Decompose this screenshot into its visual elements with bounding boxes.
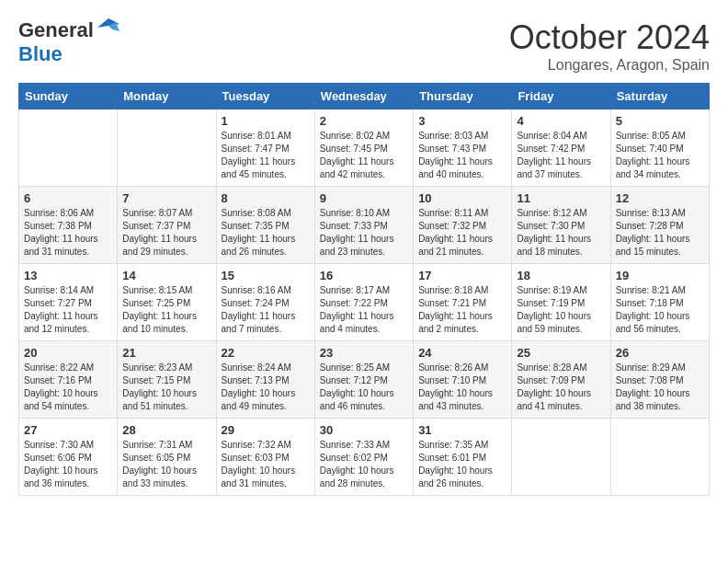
calendar-cell: 8Sunrise: 8:08 AM Sunset: 7:35 PM Daylig… (216, 187, 314, 264)
calendar-cell: 26Sunrise: 8:29 AM Sunset: 7:08 PM Dayli… (610, 341, 709, 419)
cell-content: Sunrise: 8:25 AM Sunset: 7:12 PM Dayligh… (320, 362, 408, 413)
calendar-week-row: 1Sunrise: 8:01 AM Sunset: 7:47 PM Daylig… (19, 109, 710, 187)
cell-content: Sunrise: 8:16 AM Sunset: 7:24 PM Dayligh… (222, 284, 310, 336)
day-number: 4 (517, 114, 605, 128)
day-number: 16 (320, 269, 408, 282)
cell-content: Sunrise: 8:26 AM Sunset: 7:10 PM Dayligh… (418, 362, 506, 413)
logo-general-text: General (18, 18, 94, 42)
calendar-cell: 22Sunrise: 8:24 AM Sunset: 7:13 PM Dayli… (216, 341, 314, 419)
cell-content: Sunrise: 8:14 AM Sunset: 7:27 PM Dayligh… (24, 284, 112, 336)
weekday-header-monday: Monday (118, 84, 216, 109)
cell-content: Sunrise: 8:03 AM Sunset: 7:43 PM Dayligh… (418, 130, 506, 181)
day-number: 18 (517, 269, 605, 282)
page-header: General Blue October 2024 Longares, Arag… (18, 18, 710, 74)
day-number: 3 (418, 114, 506, 128)
calendar-cell: 1Sunrise: 8:01 AM Sunset: 7:47 PM Daylig… (216, 109, 314, 187)
day-number: 9 (320, 191, 408, 205)
weekday-header-saturday: Saturday (610, 84, 709, 109)
calendar-cell: 23Sunrise: 8:25 AM Sunset: 7:12 PM Dayli… (314, 341, 413, 419)
day-number: 7 (122, 191, 210, 205)
day-number: 24 (418, 346, 506, 360)
calendar-week-row: 13Sunrise: 8:14 AM Sunset: 7:27 PM Dayli… (19, 264, 710, 341)
cell-content: Sunrise: 8:21 AM Sunset: 7:18 PM Dayligh… (616, 284, 704, 336)
calendar-cell: 14Sunrise: 8:15 AM Sunset: 7:25 PM Dayli… (118, 264, 216, 341)
cell-content: Sunrise: 8:18 AM Sunset: 7:21 PM Dayligh… (418, 284, 506, 336)
calendar-cell: 5Sunrise: 8:05 AM Sunset: 7:40 PM Daylig… (610, 109, 709, 187)
cell-content: Sunrise: 7:31 AM Sunset: 6:05 PM Dayligh… (122, 439, 210, 490)
day-number: 31 (418, 423, 506, 437)
calendar-cell (610, 419, 709, 496)
calendar-cell: 17Sunrise: 8:18 AM Sunset: 7:21 PM Dayli… (414, 264, 512, 341)
cell-content: Sunrise: 8:22 AM Sunset: 7:16 PM Dayligh… (24, 362, 112, 413)
day-number: 21 (122, 346, 210, 360)
day-number: 10 (418, 191, 506, 205)
cell-content: Sunrise: 8:12 AM Sunset: 7:30 PM Dayligh… (517, 207, 605, 259)
cell-content: Sunrise: 8:01 AM Sunset: 7:47 PM Dayligh… (222, 130, 310, 181)
cell-content: Sunrise: 8:08 AM Sunset: 7:35 PM Dayligh… (222, 207, 310, 259)
cell-content: Sunrise: 7:35 AM Sunset: 6:01 PM Dayligh… (418, 439, 506, 490)
calendar-cell (19, 109, 118, 187)
calendar-cell: 18Sunrise: 8:19 AM Sunset: 7:19 PM Dayli… (512, 264, 610, 341)
day-number: 8 (222, 191, 310, 205)
day-number: 25 (517, 346, 605, 360)
day-number: 29 (222, 423, 310, 437)
day-number: 2 (320, 114, 408, 128)
cell-content: Sunrise: 8:17 AM Sunset: 7:22 PM Dayligh… (320, 284, 408, 336)
calendar-cell: 29Sunrise: 7:32 AM Sunset: 6:03 PM Dayli… (216, 419, 314, 496)
cell-content: Sunrise: 8:04 AM Sunset: 7:42 PM Dayligh… (517, 130, 605, 181)
weekday-header-thursday: Thursday (414, 84, 512, 109)
day-number: 14 (122, 269, 210, 282)
calendar-cell: 12Sunrise: 8:13 AM Sunset: 7:28 PM Dayli… (610, 187, 709, 264)
day-number: 30 (320, 423, 408, 437)
cell-content: Sunrise: 8:05 AM Sunset: 7:40 PM Dayligh… (616, 130, 704, 181)
cell-content: Sunrise: 8:29 AM Sunset: 7:08 PM Dayligh… (616, 362, 704, 413)
calendar-cell: 13Sunrise: 8:14 AM Sunset: 7:27 PM Dayli… (19, 264, 118, 341)
day-number: 5 (616, 114, 704, 128)
calendar-cell: 20Sunrise: 8:22 AM Sunset: 7:16 PM Dayli… (19, 341, 118, 419)
calendar-cell: 2Sunrise: 8:02 AM Sunset: 7:45 PM Daylig… (314, 109, 413, 187)
day-number: 1 (222, 114, 310, 128)
calendar-cell: 7Sunrise: 8:07 AM Sunset: 7:37 PM Daylig… (118, 187, 216, 264)
calendar-week-row: 6Sunrise: 8:06 AM Sunset: 7:38 PM Daylig… (19, 187, 710, 264)
location-text: Longares, Aragon, Spain (509, 57, 710, 74)
day-number: 17 (418, 269, 506, 282)
day-number: 6 (24, 191, 112, 205)
calendar-cell: 10Sunrise: 8:11 AM Sunset: 7:32 PM Dayli… (414, 187, 512, 264)
weekday-header-row: SundayMondayTuesdayWednesdayThursdayFrid… (19, 84, 710, 109)
calendar-cell: 21Sunrise: 8:23 AM Sunset: 7:15 PM Dayli… (118, 341, 216, 419)
calendar-cell (118, 109, 216, 187)
day-number: 11 (517, 191, 605, 205)
calendar-cell: 31Sunrise: 7:35 AM Sunset: 6:01 PM Dayli… (414, 419, 512, 496)
cell-content: Sunrise: 7:30 AM Sunset: 6:06 PM Dayligh… (24, 439, 112, 490)
calendar-cell: 28Sunrise: 7:31 AM Sunset: 6:05 PM Dayli… (118, 419, 216, 496)
month-title: October 2024 (509, 18, 710, 57)
day-number: 20 (24, 346, 112, 360)
weekday-header-wednesday: Wednesday (314, 84, 413, 109)
calendar-cell: 11Sunrise: 8:12 AM Sunset: 7:30 PM Dayli… (512, 187, 610, 264)
day-number: 15 (222, 269, 310, 282)
day-number: 13 (24, 269, 112, 282)
day-number: 26 (616, 346, 704, 360)
calendar-cell: 15Sunrise: 8:16 AM Sunset: 7:24 PM Dayli… (216, 264, 314, 341)
calendar-cell: 19Sunrise: 8:21 AM Sunset: 7:18 PM Dayli… (610, 264, 709, 341)
calendar-table: SundayMondayTuesdayWednesdayThursdayFrid… (18, 83, 710, 496)
cell-content: Sunrise: 7:33 AM Sunset: 6:02 PM Dayligh… (320, 439, 408, 490)
cell-content: Sunrise: 8:02 AM Sunset: 7:45 PM Dayligh… (320, 130, 408, 181)
calendar-cell: 9Sunrise: 8:10 AM Sunset: 7:33 PM Daylig… (314, 187, 413, 264)
weekday-header-friday: Friday (512, 84, 610, 109)
calendar-cell: 4Sunrise: 8:04 AM Sunset: 7:42 PM Daylig… (512, 109, 610, 187)
day-number: 28 (122, 423, 210, 437)
logo: General Blue (18, 18, 119, 66)
calendar-cell: 27Sunrise: 7:30 AM Sunset: 6:06 PM Dayli… (19, 419, 118, 496)
cell-content: Sunrise: 8:23 AM Sunset: 7:15 PM Dayligh… (122, 362, 210, 413)
cell-content: Sunrise: 8:06 AM Sunset: 7:38 PM Dayligh… (24, 207, 112, 259)
calendar-cell: 16Sunrise: 8:17 AM Sunset: 7:22 PM Dayli… (314, 264, 413, 341)
day-number: 23 (320, 346, 408, 360)
calendar-week-row: 20Sunrise: 8:22 AM Sunset: 7:16 PM Dayli… (19, 341, 710, 419)
cell-content: Sunrise: 8:28 AM Sunset: 7:09 PM Dayligh… (517, 362, 605, 413)
calendar-cell: 3Sunrise: 8:03 AM Sunset: 7:43 PM Daylig… (414, 109, 512, 187)
calendar-cell: 30Sunrise: 7:33 AM Sunset: 6:02 PM Dayli… (314, 419, 413, 496)
day-number: 19 (616, 269, 704, 282)
cell-content: Sunrise: 8:11 AM Sunset: 7:32 PM Dayligh… (418, 207, 506, 259)
cell-content: Sunrise: 7:32 AM Sunset: 6:03 PM Dayligh… (222, 439, 310, 490)
